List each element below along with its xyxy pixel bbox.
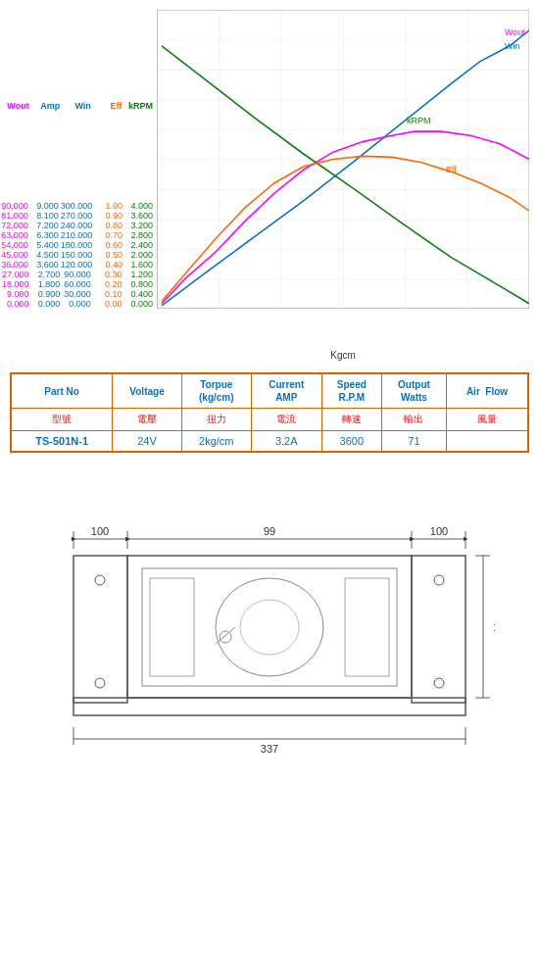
th-flow-cn: 風量: [446, 409, 528, 431]
y-krpm: 0.400: [123, 289, 153, 299]
y-data-row: 81.000 8.100 270.000 0.90 3.600: [0, 211, 157, 220]
y-win: 270.000: [61, 211, 93, 220]
y-eff: 1.00: [94, 201, 122, 211]
table-data-row: TS-501N-1 24V 2kg/cm 3.2A 3600 71: [11, 431, 528, 453]
y-amp: 9.000: [30, 201, 59, 211]
y-data-row: 27.000 2.700 90.000 0.30 1.200: [0, 270, 157, 279]
y-amp: 4.500: [30, 250, 59, 260]
diagram-section: 100 99 100 337 127: [0, 472, 539, 786]
dim-top-left: 100: [91, 525, 109, 537]
y-wout: 9.000: [0, 289, 29, 299]
y-win: 0.000: [62, 299, 91, 309]
th-torque-cn: 扭力: [181, 409, 251, 431]
th-voltage-en: Voltage: [113, 373, 182, 409]
table-section: Part No Voltage Torpue(kg/cm) CurrentAMP…: [0, 363, 539, 472]
y-data-row: 18.000 1.800 60.000 0.20 0.800: [0, 279, 157, 289]
y-win: 210.000: [61, 230, 93, 240]
y-wout: 63.000: [0, 230, 28, 240]
y-krpm: 1.200: [123, 270, 153, 279]
wout-label: Wout: [505, 27, 525, 37]
y-wout: 18.000: [0, 279, 29, 289]
th-torque-en: Torpue(kg/cm): [181, 373, 251, 409]
svg-point-24: [220, 631, 231, 643]
y-krpm: 2.800: [124, 230, 153, 240]
th-partno-en: Part No: [11, 373, 113, 409]
y-amp: 3.600: [30, 260, 59, 270]
win-label: Win: [505, 41, 519, 51]
table-header-cn-row: 型號 電壓 扭力 電流 轉速 輸出 風量: [11, 409, 528, 431]
y-amp: 0.900: [31, 289, 61, 299]
svg-rect-11: [74, 556, 127, 703]
svg-line-23: [216, 627, 235, 644]
col-header-eff: Eff: [93, 101, 122, 111]
y-krpm: 3.600: [124, 211, 153, 220]
y-wout: 90.000: [0, 201, 28, 211]
th-speed-en: SpeedR.P.M: [321, 373, 381, 409]
table-header-en-row: Part No Voltage Torpue(kg/cm) CurrentAMP…: [11, 373, 528, 409]
th-output-en: OutputWatts: [381, 373, 446, 409]
y-wout: 54.000: [0, 240, 28, 250]
y-wout: 36.000: [0, 260, 28, 270]
y-eff: 0.80: [94, 220, 122, 230]
y-eff: 0.50: [94, 250, 122, 260]
y-data-row: 45.000 4.500 150.000 0.50 2.000: [0, 250, 157, 260]
y-win: 150.000: [61, 250, 93, 260]
y-eff: 0.10: [93, 289, 122, 299]
svg-rect-17: [150, 578, 194, 676]
col-header-win: Win: [62, 101, 91, 111]
y-data-row: 63.000 6.300 210.000 0.70 2.800: [0, 230, 157, 240]
y-krpm: 2.400: [124, 240, 153, 250]
svg-point-20: [95, 678, 105, 688]
y-data-row: 0.000 0.000 0.000 0.00 0.000: [0, 299, 157, 309]
y-krpm: 4.000: [124, 201, 153, 211]
y-amp: 6.300: [30, 230, 59, 240]
td-partno: TS-501N-1: [11, 431, 113, 453]
th-current-cn: 電流: [251, 409, 321, 431]
y-eff: 0.40: [94, 260, 122, 270]
col-header-krpm: kRPM: [123, 101, 153, 111]
y-krpm: 1.600: [124, 260, 153, 270]
y-win: 30.000: [62, 289, 91, 299]
y-win: 300.000: [61, 201, 93, 211]
svg-rect-18: [345, 578, 389, 676]
dim-top-right: 100: [430, 525, 448, 537]
y-win: 120.000: [61, 260, 93, 270]
y-wout: 72.000: [0, 220, 28, 230]
svg-rect-14: [142, 568, 397, 686]
y-data-row: 54.000 5.400 180.000 0.60 2.400: [0, 240, 157, 250]
svg-point-19: [95, 575, 105, 585]
svg-point-22: [434, 678, 444, 688]
col-header-wout: Wout: [0, 101, 29, 111]
y-eff: 0.30: [93, 270, 122, 279]
y-amp: 1.800: [31, 279, 61, 289]
y-wout: 81.000: [0, 211, 28, 220]
svg-point-21: [434, 575, 444, 585]
dim-top-mid: 99: [264, 525, 275, 537]
y-amp: 5.400: [30, 240, 59, 250]
svg-rect-10: [74, 698, 466, 715]
y-eff: 0.60: [94, 240, 122, 250]
td-current: 3.2A: [251, 431, 321, 453]
y-wout: 27.000: [0, 270, 29, 279]
td-voltage: 24V: [113, 431, 182, 453]
svg-rect-1: [157, 10, 529, 309]
y-amp: 0.000: [31, 299, 61, 309]
y-eff: 0.00: [93, 299, 122, 309]
y-amp: 7.200: [30, 220, 59, 230]
y-data-row: 36.000 3.600 120.000 0.40 1.600: [0, 260, 157, 270]
chart-svg: 0.000 1.200 2.400 3.600 4.800 6.000 Wout…: [157, 10, 529, 309]
th-voltage-cn: 電壓: [113, 409, 182, 431]
dim-total-width: 337: [261, 743, 278, 755]
y-krpm: 0.000: [123, 299, 153, 309]
td-output: 71: [381, 431, 446, 453]
y-win: 60.000: [62, 279, 91, 289]
th-flow-en: Air Flow: [446, 373, 528, 409]
td-speed: 3600: [321, 431, 381, 453]
krpm-label: kRPM: [407, 115, 430, 124]
y-krpm: 2.000: [124, 250, 153, 260]
td-torque: 2kg/cm: [181, 431, 251, 453]
y-eff: 0.20: [93, 279, 122, 289]
y-krpm: 3.200: [124, 220, 153, 230]
y-eff: 0.90: [94, 211, 122, 220]
y-data-row: 72.000 7.200 240.000 0.80 3.200: [0, 220, 157, 230]
